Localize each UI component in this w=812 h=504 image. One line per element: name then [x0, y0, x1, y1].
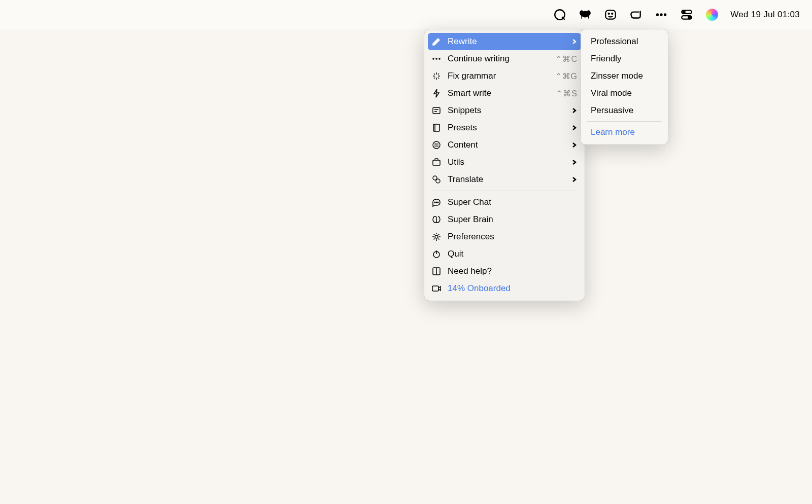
menu-item-utils[interactable]: Utils [424, 154, 585, 171]
menu-item-label: Utils [448, 157, 570, 167]
chevron-right-icon [570, 176, 578, 183]
menu-item-translate[interactable]: Translate [424, 171, 585, 188]
menu-item-continue-writing[interactable]: Continue writing ⌃⌘C [424, 50, 585, 67]
svg-rect-2 [605, 10, 616, 19]
submenu-item-zinsser[interactable]: Zinsser mode [581, 67, 668, 85]
control-center-icon[interactable] [680, 8, 694, 22]
submenu-item-friendly[interactable]: Friendly [581, 50, 668, 67]
menu-item-label: Fix grammar [448, 71, 555, 81]
menu-item-super-brain[interactable]: Super Brain [424, 211, 585, 228]
menu-item-label: Smart write [448, 88, 556, 98]
submenu-item-label: Learn more [591, 127, 635, 137]
svg-point-34 [434, 202, 435, 203]
menu-item-rewrite[interactable]: Rewrite [428, 33, 581, 50]
svg-point-5 [656, 13, 659, 16]
menu-item-label: Continue writing [448, 54, 555, 64]
submenu-item-persuasive[interactable]: Persuasive [581, 102, 668, 119]
svg-point-13 [435, 58, 437, 60]
briefcase-icon [431, 157, 442, 167]
menu-item-quit[interactable]: Quit [424, 245, 585, 263]
menu-item-fix-grammar[interactable]: Fix grammar ⌃⌘G [424, 67, 585, 85]
svg-point-11 [688, 16, 690, 18]
menu-item-label: Translate [448, 174, 570, 185]
svg-point-37 [435, 235, 438, 238]
app-icon-q[interactable] [553, 8, 567, 22]
snippet-icon [431, 105, 442, 116]
chevron-right-icon [570, 107, 578, 114]
submenu-item-label: Zinsser mode [591, 71, 643, 81]
content-icon [431, 140, 442, 150]
menu-item-shortcut: ⌃⌘G [555, 71, 578, 81]
svg-point-7 [664, 13, 666, 16]
menu-item-label: Quit [448, 249, 578, 259]
svg-rect-26 [433, 124, 439, 131]
power-icon [431, 249, 442, 259]
menu-item-shortcut: ⌃⌘S [556, 89, 578, 98]
menubar: Wed 19 Jul 01:03 [0, 0, 812, 29]
menu-item-presets[interactable]: Presets [424, 119, 585, 136]
svg-line-21 [434, 78, 435, 79]
svg-point-14 [438, 58, 441, 60]
menu-item-label: Snippets [448, 105, 570, 116]
siri-icon[interactable] [705, 8, 719, 22]
gear-icon [431, 232, 442, 242]
svg-point-9 [683, 11, 685, 13]
app-icon-face[interactable] [603, 8, 618, 22]
menu-item-label: 14% Onboarded [448, 283, 578, 294]
submenu-item-learn-more[interactable]: Learn more [581, 124, 668, 141]
sparkle-icon [431, 71, 442, 81]
bolt-icon [431, 88, 442, 98]
svg-line-22 [438, 74, 439, 75]
submenu-item-viral[interactable]: Viral mode [581, 85, 668, 102]
book-icon [431, 123, 442, 133]
menu-item-label: Content [448, 140, 570, 150]
svg-line-20 [438, 78, 439, 79]
menu-item-content[interactable]: Content [424, 136, 585, 154]
help-icon [431, 266, 442, 276]
menu-item-snippets[interactable]: Snippets [424, 102, 585, 119]
submenu-item-label: Professional [591, 37, 638, 47]
video-icon [431, 283, 442, 294]
pencil-icon [431, 37, 442, 47]
svg-rect-31 [433, 160, 440, 165]
submenu-item-label: Persuasive [591, 105, 633, 116]
menu-item-label: Presets [448, 123, 570, 133]
svg-point-4 [612, 13, 613, 14]
rewrite-submenu: Professional Friendly Zinsser mode Viral… [581, 29, 668, 145]
app-icon-elephant[interactable] [578, 8, 592, 22]
menu-item-onboarded[interactable]: 14% Onboarded [424, 280, 585, 297]
submenu-separator [587, 121, 662, 122]
submenu-item-label: Viral mode [591, 88, 632, 98]
chevron-right-icon [570, 141, 578, 149]
more-icon[interactable] [654, 8, 668, 22]
svg-point-36 [437, 202, 438, 203]
menu-item-need-help[interactable]: Need help? [424, 263, 585, 280]
svg-rect-23 [433, 107, 440, 114]
svg-point-35 [436, 202, 437, 203]
menu-item-smart-write[interactable]: Smart write ⌃⌘S [424, 85, 585, 102]
menu-item-label: Preferences [448, 232, 578, 242]
menubar-datetime[interactable]: Wed 19 Jul 01:03 [730, 10, 800, 20]
submenu-item-label: Friendly [591, 54, 621, 64]
submenu-item-professional[interactable]: Professional [581, 33, 668, 50]
brain-icon [431, 214, 442, 225]
menu-item-shortcut: ⌃⌘C [555, 54, 578, 64]
svg-rect-42 [432, 286, 438, 291]
menu-item-label: Super Brain [448, 214, 578, 225]
chevron-right-icon [570, 38, 578, 45]
menu-item-label: Need help? [448, 266, 578, 276]
chevron-right-icon [570, 159, 578, 166]
svg-point-28 [433, 141, 440, 149]
dots-icon [431, 54, 442, 64]
menu-item-super-chat[interactable]: Super Chat [424, 194, 585, 211]
menu-item-preferences[interactable]: Preferences [424, 228, 585, 245]
menu-separator [432, 191, 577, 191]
main-dropdown-menu: Rewrite Continue writing ⌃⌘C Fix grammar… [424, 29, 585, 301]
chevron-right-icon [570, 124, 578, 131]
menu-item-label: Super Chat [448, 197, 578, 207]
translate-icon [431, 174, 442, 185]
svg-point-12 [432, 58, 434, 60]
app-icon-triangle[interactable] [629, 8, 643, 22]
svg-point-3 [608, 13, 610, 14]
svg-line-19 [434, 74, 435, 75]
